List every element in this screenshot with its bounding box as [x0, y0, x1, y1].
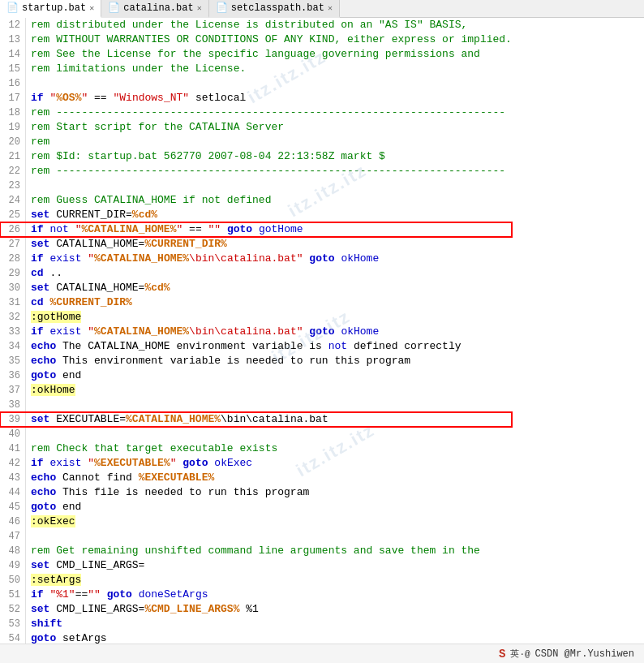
line-number: 51 — [0, 588, 26, 602]
table-row: 38 — [0, 398, 512, 412]
author-text: CSDN @Mr.Yushiwen — [535, 648, 634, 660]
line-number: 12 — [0, 18, 26, 32]
line-content: :gotHome — [26, 310, 512, 325]
line-number: 44 — [0, 485, 26, 500]
line-content: echo Cannot find %EXECUTABLE% — [26, 471, 512, 485]
table-row: 16 — [0, 76, 512, 91]
line-content: if exist "%CATALINA_HOME%\bin\catalina.b… — [26, 325, 512, 339]
line-number: 43 — [0, 471, 26, 485]
line-content: set CATALINA_HOME=%cd% — [26, 281, 512, 295]
line-number: 48 — [0, 544, 26, 558]
line-content — [26, 398, 512, 412]
table-row: 15rem limitations under the License. — [0, 62, 512, 76]
table-row: 27set CATALINA_HOME=%CURRENT_DIR% — [0, 237, 512, 252]
table-row: 41rem Check that target executable exist… — [0, 441, 512, 456]
line-content: rem ------------------------------------… — [26, 164, 512, 179]
line-content: echo This environment variable is needed… — [26, 354, 512, 368]
table-row: 40 — [0, 427, 512, 441]
table-row: 44echo This file is needed to run this p… — [0, 485, 512, 500]
table-row: 12rem distributed under the License is d… — [0, 18, 512, 32]
table-row: 52set CMD_LINE_ARGS=%CMD_LINE_ARGS% %1 — [0, 602, 512, 617]
table-row: 46:okExec — [0, 514, 512, 529]
line-number: 28 — [0, 252, 26, 266]
line-number: 21 — [0, 149, 26, 164]
tab-label: startup.bat — [22, 2, 86, 14]
table-row: 53shift — [0, 617, 512, 631]
tab-bar: 📄 startup.bat ✕ 📄 catalina.bat ✕ 📄 setcl… — [0, 0, 644, 18]
table-row: 17if "%OS%" == "Windows_NT" setlocal — [0, 91, 512, 105]
line-number: 35 — [0, 354, 26, 368]
line-number: 32 — [0, 310, 26, 325]
line-content: set CURRENT_DIR=%cd% — [26, 208, 512, 222]
table-row: 43echo Cannot find %EXECUTABLE% — [0, 471, 512, 485]
app-window: 📄 startup.bat ✕ 📄 catalina.bat ✕ 📄 setcl… — [0, 0, 644, 663]
table-row: 29cd .. — [0, 266, 512, 281]
tab-label-2: catalina.bat — [123, 2, 193, 14]
line-content: :setArgs — [26, 573, 512, 588]
line-content — [26, 179, 512, 193]
table-row: 37:okHome — [0, 383, 512, 398]
line-number: 38 — [0, 398, 26, 412]
line-number: 49 — [0, 558, 26, 573]
line-number: 47 — [0, 529, 26, 544]
line-number: 33 — [0, 325, 26, 339]
table-row: 24rem Guess CATALINA_HOME if not defined — [0, 193, 512, 208]
line-number: 31 — [0, 295, 26, 310]
table-row: 30set CATALINA_HOME=%cd% — [0, 281, 512, 295]
line-number: 30 — [0, 281, 26, 295]
csdn-logo: S — [499, 648, 505, 661]
line-number: 39 — [0, 412, 26, 427]
line-content: rem Check that target executable exists — [26, 441, 512, 456]
table-row: 32:gotHome — [0, 310, 512, 325]
line-number: 53 — [0, 617, 26, 631]
line-number: 52 — [0, 602, 26, 617]
table-row: 22rem ----------------------------------… — [0, 164, 512, 179]
table-row: 26if not "%CATALINA_HOME%" == "" goto go… — [0, 222, 512, 237]
line-content: if exist "%EXECUTABLE%" goto okExec — [26, 456, 512, 471]
line-number: 16 — [0, 76, 26, 91]
tab-close-catalina[interactable]: ✕ — [197, 3, 202, 13]
line-number: 23 — [0, 179, 26, 193]
table-row: 49set CMD_LINE_ARGS= — [0, 558, 512, 573]
table-row: 50:setArgs — [0, 573, 512, 588]
tab-icon: 📄 — [6, 2, 19, 14]
line-content: if "%1"=="" goto doneSetArgs — [26, 588, 512, 602]
tab-catalina-bat[interactable]: 📄 catalina.bat ✕ — [101, 0, 208, 18]
line-number: 45 — [0, 500, 26, 514]
line-content: shift — [26, 617, 512, 631]
tab-close-setclasspath[interactable]: ✕ — [328, 3, 333, 13]
tab-label-3: setclasspath.bat — [231, 2, 324, 14]
tab-setclasspath-bat[interactable]: 📄 setclasspath.bat ✕ — [209, 0, 340, 18]
table-row: 47 — [0, 529, 512, 544]
line-number: 25 — [0, 208, 26, 222]
line-number: 36 — [0, 368, 26, 383]
tab-close-startup[interactable]: ✕ — [89, 3, 94, 13]
table-row: 28if exist "%CATALINA_HOME%\bin\catalina… — [0, 252, 512, 266]
line-number: 41 — [0, 441, 26, 456]
line-content: goto end — [26, 368, 512, 383]
table-row: 14rem See the License for the specific l… — [0, 47, 512, 62]
table-row: 51if "%1"=="" goto doneSetArgs — [0, 588, 512, 602]
line-content: rem distributed under the License is dis… — [26, 18, 512, 32]
table-row: 13rem WITHOUT WARRANTIES OR CONDITIONS O… — [0, 32, 512, 47]
line-number: 15 — [0, 62, 26, 76]
tab-startup-bat[interactable]: 📄 startup.bat ✕ — [0, 0, 101, 18]
line-content: :okExec — [26, 514, 512, 529]
table-row: 42if exist "%EXECUTABLE%" goto okExec — [0, 456, 512, 471]
table-row: 36goto end — [0, 368, 512, 383]
table-row: 18rem ----------------------------------… — [0, 105, 512, 120]
line-content: echo The CATALINA_HOME environment varia… — [26, 339, 512, 354]
line-content: rem Get remaining unshifted command line… — [26, 544, 512, 558]
line-content: rem See the License for the specific lan… — [26, 47, 512, 62]
code-editor: itz.itz.itz itz.itz.itz itz.itz.itz itz.… — [0, 18, 644, 663]
line-number: 34 — [0, 339, 26, 354]
line-content: rem WITHOUT WARRANTIES OR CONDITIONS OF … — [26, 32, 512, 47]
table-row: 25set CURRENT_DIR=%cd% — [0, 208, 512, 222]
table-row: 34echo The CATALINA_HOME environment var… — [0, 339, 512, 354]
line-number: 22 — [0, 164, 26, 179]
line-content: if not "%CATALINA_HOME%" == "" goto gotH… — [26, 222, 512, 237]
table-row: 19rem Start script for the CATALINA Serv… — [0, 120, 512, 135]
line-content: rem ------------------------------------… — [26, 105, 512, 120]
line-content: set CMD_LINE_ARGS=%CMD_LINE_ARGS% %1 — [26, 602, 512, 617]
line-number: 17 — [0, 91, 26, 105]
